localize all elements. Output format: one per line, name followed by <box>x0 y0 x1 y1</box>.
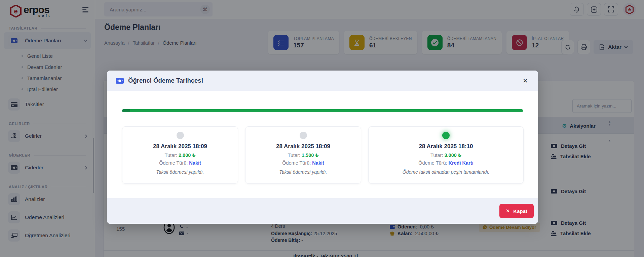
modal-header: Öğrenci Ödeme Tarihçesi ✕ <box>107 71 538 91</box>
status-dot-gray-icon <box>177 132 184 139</box>
amount-value: 1.500 ₺ <box>302 153 318 158</box>
type-label: Ödeme Türü: <box>159 160 188 166</box>
payment-note: Taksit ödemesi yapıldı. <box>279 169 327 175</box>
type-label: Ödeme Türü: <box>418 160 447 166</box>
payment-card: 28 Aralık 2025 18:09 Tutar: 1.500 ₺ Ödem… <box>245 126 361 184</box>
close-modal-button[interactable]: ✕ Kapat <box>499 204 534 218</box>
modal-title: Öğrenci Ödeme Tarihçesi <box>128 77 203 84</box>
type-value: Nakit <box>312 160 324 166</box>
payment-date: 28 Aralık 2025 18:10 <box>419 143 473 150</box>
payment-card: 28 Aralık 2025 18:09 Tutar: 2.000 ₺ Ödem… <box>122 126 238 184</box>
close-icon[interactable]: ✕ <box>521 76 529 86</box>
type-label: Ödeme Türü: <box>282 160 311 166</box>
payment-date: 28 Aralık 2025 18:09 <box>153 143 207 150</box>
close-icon: ✕ <box>506 208 510 214</box>
status-dot-green-icon <box>442 132 450 139</box>
type-value: Nakit <box>189 160 201 166</box>
close-button-label: Kapat <box>513 208 527 214</box>
amount-label: Tutar: <box>165 153 177 158</box>
payment-history-modal: Öğrenci Ödeme Tarihçesi ✕ 28 Aralık 2025… <box>107 71 538 224</box>
payment-date: 28 Aralık 2025 18:09 <box>276 143 330 150</box>
banknote-icon <box>116 78 124 84</box>
amount-label: Tutar: <box>430 153 443 158</box>
type-value: Kredi Kartı <box>449 160 473 166</box>
amount-label: Tutar: <box>288 153 300 158</box>
status-dot-gray-icon <box>300 132 307 139</box>
payment-card: 28 Aralık 2025 18:10 Tutar: 3.000 ₺ Ödem… <box>368 126 524 184</box>
amount-value: 3.000 ₺ <box>444 153 461 158</box>
amount-value: 2.000 ₺ <box>179 153 195 158</box>
payment-progress-bar <box>122 109 523 112</box>
payment-note: Ödeme taksit olmadan peşin tamamlandı. <box>403 169 489 175</box>
modal-body: 28 Aralık 2025 18:09 Tutar: 2.000 ₺ Ödem… <box>107 91 538 198</box>
payment-note: Taksit ödemesi yapıldı. <box>156 169 204 175</box>
modal-footer: ✕ Kapat <box>107 198 538 224</box>
